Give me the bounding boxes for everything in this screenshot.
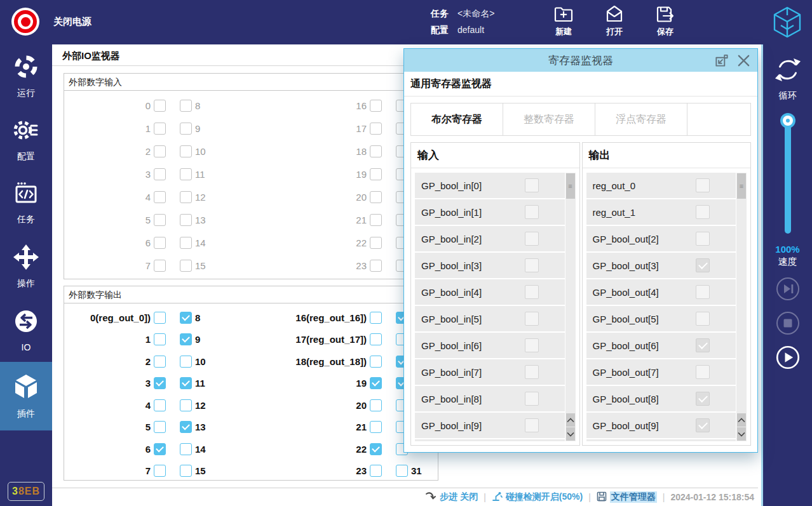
register-checkbox[interactable] [696, 365, 710, 379]
io-checkbox-9[interactable] [180, 333, 192, 345]
io-checkbox-13[interactable] [180, 421, 192, 433]
register-checkbox[interactable] [696, 205, 710, 219]
io-checkbox-8[interactable] [180, 100, 192, 112]
scrollbar[interactable]: ≡ [565, 173, 576, 441]
io-checkbox-12[interactable] [180, 399, 192, 411]
loop-mode-button[interactable]: 循环 [763, 56, 812, 102]
io-checkbox-19[interactable] [370, 168, 382, 180]
io-checkbox-10[interactable] [180, 145, 192, 157]
io-checkbox-0[interactable] [154, 100, 166, 112]
register-checkbox[interactable] [525, 418, 539, 432]
sidebar-item-config[interactable]: 配置 [0, 108, 52, 171]
io-checkbox-20[interactable] [370, 191, 382, 203]
register-checkbox[interactable] [525, 338, 539, 352]
io-checkbox-20[interactable] [370, 399, 382, 411]
popout-resize-icon[interactable] [714, 53, 729, 68]
stop-button[interactable] [776, 311, 800, 335]
scroll-up-button[interactable] [737, 413, 746, 427]
io-checkbox-15[interactable] [180, 260, 192, 272]
collision-detect-status[interactable]: 碰撞检测开启(50%) [492, 491, 583, 503]
io-checkbox-17(reg_out_17])[interactable] [370, 333, 382, 345]
register-checkbox[interactable] [696, 418, 710, 432]
io-checkbox-22[interactable] [370, 443, 382, 455]
io-checkbox-23[interactable] [370, 465, 382, 477]
io-checkbox-2[interactable] [154, 356, 166, 368]
io-checkbox-6[interactable] [154, 237, 166, 249]
io-checkbox-13[interactable] [180, 214, 192, 226]
io-checkbox-31[interactable] [396, 465, 408, 477]
io-checkbox-17[interactable] [370, 123, 382, 135]
io-checkbox-22[interactable] [370, 237, 382, 249]
register-checkbox[interactable] [696, 312, 710, 326]
io-checkbox-2[interactable] [154, 145, 166, 157]
speed-slider-track[interactable] [785, 119, 791, 234]
sidebar-item-operate[interactable]: 操作 [0, 235, 52, 298]
scroll-down-button[interactable] [566, 427, 575, 441]
step-mode-status[interactable]: 步进 关闭 [425, 491, 478, 503]
io-checkbox-3[interactable] [154, 377, 166, 389]
scroll-down-button[interactable] [737, 427, 746, 441]
register-checkbox[interactable] [525, 258, 539, 272]
sidebar-item-io[interactable]: IO [0, 298, 52, 362]
io-checkbox-15[interactable] [180, 465, 192, 477]
open-button[interactable]: 打开 [604, 4, 625, 37]
io-checkbox-12[interactable] [180, 191, 192, 203]
step-next-button[interactable] [776, 277, 800, 301]
io-checkbox-21[interactable] [370, 421, 382, 433]
io-checkbox-7[interactable] [154, 260, 166, 272]
io-checkbox-18[interactable] [370, 145, 382, 157]
register-checkbox[interactable] [696, 285, 710, 299]
register-checkbox[interactable] [696, 178, 710, 192]
io-checkbox-6[interactable] [154, 443, 166, 455]
register-checkbox[interactable] [525, 285, 539, 299]
register-checkbox[interactable] [525, 232, 539, 246]
sidebar-item-task[interactable]: 任务 [0, 171, 52, 235]
io-checkbox-8[interactable] [180, 312, 192, 324]
io-checkbox-9[interactable] [180, 123, 192, 135]
tab-int-register[interactable]: 整数寄存器 [503, 103, 595, 135]
io-checkbox-10[interactable] [180, 356, 192, 368]
register-checkbox[interactable] [696, 258, 710, 272]
register-checkbox[interactable] [525, 178, 539, 192]
io-checkbox-5[interactable] [154, 214, 166, 226]
sidebar-item-plugin[interactable]: 插件 [0, 362, 52, 430]
scroll-up-button[interactable] [566, 413, 575, 427]
io-checkbox-5[interactable] [154, 421, 166, 433]
play-button[interactable] [776, 345, 800, 370]
io-checkbox-11[interactable] [180, 377, 192, 389]
io-checkbox-14[interactable] [180, 237, 192, 249]
io-checkbox-1[interactable] [154, 123, 166, 135]
register-checkbox[interactable] [525, 392, 539, 406]
register-checkbox[interactable] [696, 232, 710, 246]
register-checkbox[interactable] [525, 205, 539, 219]
tab-float-register[interactable]: 浮点寄存器 [595, 103, 687, 135]
io-checkbox-4[interactable] [154, 191, 166, 203]
register-checkbox[interactable] [525, 365, 539, 379]
io-checkbox-21[interactable] [370, 214, 382, 226]
io-checkbox-14[interactable] [180, 443, 192, 455]
io-checkbox-19[interactable] [370, 377, 382, 389]
file-manager-button[interactable]: 文件管理器 [597, 491, 657, 503]
scrollbar-thumb[interactable]: ≡ [737, 173, 746, 199]
io-checkbox-1[interactable] [154, 333, 166, 345]
io-checkbox-18(reg_out_18])[interactable] [370, 356, 382, 368]
sidebar-item-run[interactable]: 运行 [0, 44, 52, 108]
power-button[interactable] [11, 8, 39, 36]
io-checkbox-7[interactable] [154, 465, 166, 477]
register-checkbox[interactable] [696, 392, 710, 406]
new-button[interactable]: 新建 [553, 4, 574, 37]
io-checkbox-16(reg_out_16])[interactable] [370, 312, 382, 324]
io-checkbox-16[interactable] [370, 100, 382, 112]
io-checkbox-23[interactable] [370, 260, 382, 272]
speed-slider-thumb[interactable] [783, 116, 793, 126]
scrollbar[interactable]: ≡ [736, 173, 747, 441]
save-button[interactable]: 保存 [654, 4, 676, 37]
io-checkbox-3[interactable] [154, 168, 166, 180]
close-icon[interactable] [736, 53, 751, 68]
scrollbar-thumb[interactable]: ≡ [566, 173, 575, 199]
io-checkbox-0(reg_out_0])[interactable] [154, 312, 166, 324]
io-checkbox-4[interactable] [154, 399, 166, 411]
register-checkbox[interactable] [696, 338, 710, 352]
register-checkbox[interactable] [525, 312, 539, 326]
io-checkbox-11[interactable] [180, 168, 192, 180]
